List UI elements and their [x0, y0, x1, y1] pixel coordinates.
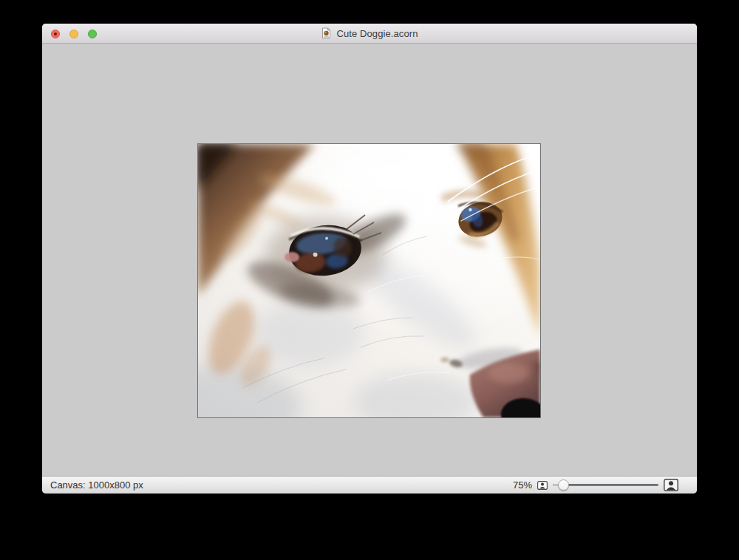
close-button[interactable]	[51, 30, 60, 38]
window-controls	[51, 30, 97, 38]
minimize-button[interactable]	[69, 30, 78, 38]
title-bar[interactable]: Cute Doggie.acorn	[42, 24, 697, 44]
desktop-background: { "window": { "title": "Cute Doggie.acor…	[0, 0, 739, 560]
zoom-controls: 75%	[513, 477, 678, 494]
canvas-size-label: Canvas: 1000x800 px	[50, 479, 143, 491]
zoom-slider-thumb[interactable]	[558, 479, 569, 491]
dog-photo	[198, 144, 540, 417]
document-proxy-icon[interactable]	[321, 27, 332, 39]
window-title: Cute Doggie.acorn	[336, 28, 418, 39]
zoom-button[interactable]	[88, 30, 97, 38]
status-bar: Canvas: 1000x800 px 75%	[42, 476, 697, 494]
small-image-icon[interactable]	[537, 481, 548, 490]
canvas-area[interactable]	[42, 44, 697, 476]
zoom-percent-label: 75%	[513, 479, 532, 491]
acorn-window: Cute Doggie.acorn	[42, 24, 697, 494]
large-image-icon[interactable]	[664, 479, 678, 491]
document-image[interactable]	[197, 143, 541, 418]
zoom-slider[interactable]	[553, 479, 658, 491]
